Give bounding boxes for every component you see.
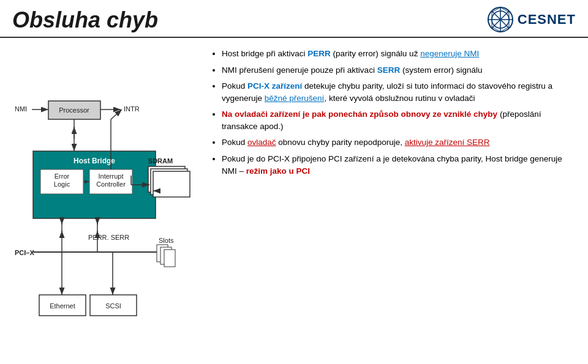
ovladac-highlight: Na ovladači zařízení je pak ponechán způ… — [222, 110, 497, 119]
bullet-item-3: Pokud PCI-X zařízení detekuje chybu pari… — [222, 80, 575, 104]
svg-text:Ethernet: Ethernet — [50, 302, 75, 310]
nmi-label: NMI — [15, 105, 27, 113]
svg-line-22 — [111, 110, 122, 119]
bullet-item-6: Pokud je do PCI-X připojeno PCI zařízení… — [222, 153, 575, 177]
diagram-area: NMI INTR Processor Host Bridge Error Lo — [9, 44, 198, 353]
page-title: Obsluha chyb — [12, 7, 487, 33]
svg-text:SCSI: SCSI — [105, 302, 121, 310]
nmi-underline: negeneruje NMI — [420, 49, 479, 58]
svg-text:PERR. SERR: PERR. SERR — [88, 234, 129, 241]
rezim-highlight: režim jako u PCI — [246, 166, 310, 176]
svg-text:Controller: Controller — [96, 180, 126, 188]
svg-text:PCI–X: PCI–X — [15, 249, 34, 256]
pcix-highlight: PCI-X zařízení — [247, 81, 302, 91]
bullet-item-4: Na ovladači zařízení je pak ponechán způ… — [222, 108, 575, 132]
bullet-item-1: Host bridge při aktivaci PERR (parity er… — [222, 48, 575, 60]
bullet-list: Host bridge při aktivaci PERR (parity er… — [209, 48, 575, 177]
text-content-area: Host bridge při aktivaci PERR (parity er… — [205, 44, 579, 353]
svg-text:Logic: Logic — [54, 180, 70, 188]
serr-red: aktivuje zařízení SERR — [405, 138, 490, 147]
svg-text:Error: Error — [55, 173, 70, 180]
svg-text:Slots: Slots — [159, 237, 174, 244]
intr-label: INTR — [124, 105, 140, 113]
logo-text: CESNET — [518, 12, 576, 28]
bullet-item-5: Pokud ovladač obnovu chyby parity nepodp… — [222, 136, 575, 149]
cesnet-logo-icon — [487, 6, 514, 33]
perr-highlight: PERR — [307, 49, 331, 58]
serr-highlight: SERR — [377, 65, 401, 75]
preruseni-highlight: běžné přerušení — [265, 94, 325, 103]
svg-rect-26 — [153, 171, 190, 197]
bullet-item-2: NMI přerušení generuje pouze při aktivac… — [222, 64, 575, 76]
svg-text:Host Bridge: Host Bridge — [74, 157, 115, 165]
logo-area: CESNET — [487, 6, 576, 33]
ovladac-red: ovladač — [247, 138, 276, 147]
svg-rect-42 — [164, 250, 175, 267]
page-header: Obsluha chyb CESNET — [0, 0, 588, 38]
main-content: NMI INTR Processor Host Bridge Error Lo — [0, 38, 588, 359]
svg-text:SDRAM: SDRAM — [148, 157, 173, 165]
architecture-diagram: NMI INTR Processor Host Bridge Error Lo — [9, 44, 198, 344]
svg-text:Processor: Processor — [59, 106, 89, 114]
svg-text:Interrupt: Interrupt — [99, 173, 124, 180]
